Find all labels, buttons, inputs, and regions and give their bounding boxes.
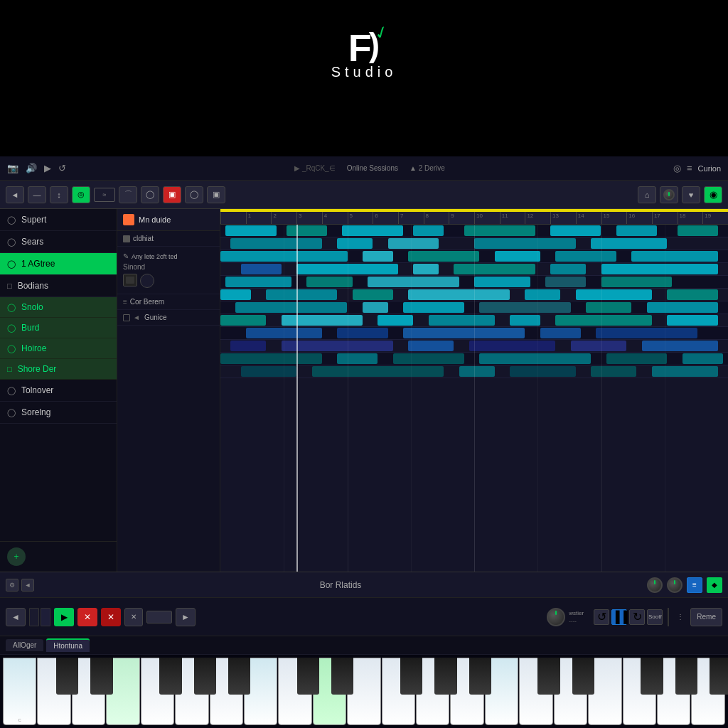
pr-heart-btn[interactable]: ♥ <box>682 186 700 203</box>
playhead <box>296 225 298 572</box>
white-key-c2[interactable] <box>244 658 277 725</box>
note-11-3 <box>393 353 464 364</box>
note-8-6 <box>555 315 652 326</box>
ctrl-play-btn[interactable]: ▶ <box>54 608 74 626</box>
any-lete-label: Any lete 2cft ted <box>132 253 178 260</box>
white-key-b2[interactable] <box>450 658 483 725</box>
pr-knob-btn[interactable] <box>660 186 678 203</box>
white-key-d2[interactable] <box>278 658 311 725</box>
note-6-7 <box>667 289 717 300</box>
white-key-f3[interactable] <box>588 658 621 725</box>
middle-item-text-input: ✎ Any lete 2cft ted Sinond <box>117 247 220 294</box>
note-11-4 <box>479 353 591 364</box>
note-12-2 <box>312 366 444 377</box>
middle-item-cor-berem[interactable]: ≡ Cor Berem <box>117 294 220 310</box>
white-key-f2[interactable] <box>347 658 380 725</box>
ctrl-rec-btn[interactable]: ✕ <box>101 608 121 626</box>
white-key-b[interactable] <box>210 658 243 725</box>
grid-area <box>220 225 728 572</box>
pr-grid-btn[interactable]: ◯ <box>141 186 159 203</box>
ctrl-more-icon[interactable]: ⋮ <box>674 613 687 621</box>
white-key-d3[interactable] <box>519 658 552 725</box>
ctrl-r3[interactable]: ↻ <box>629 609 645 625</box>
sync-icon[interactable]: ↺ <box>58 163 66 173</box>
camera-icon[interactable]: 📷 <box>7 163 18 173</box>
pr-home-btn[interactable]: ⌂ <box>638 186 656 203</box>
add-icon[interactable]: + <box>7 547 26 566</box>
note-3-3 <box>408 251 479 262</box>
middle-item-cldhiat[interactable]: cldhiat <box>117 231 220 247</box>
white-key-g2[interactable] <box>382 658 415 725</box>
tab-alloger[interactable]: AllOger <box>6 639 43 651</box>
pr-pencil-btn[interactable]: — <box>28 186 46 203</box>
note-11-5 <box>606 353 668 364</box>
sidebar-item-shore-der[interactable]: □ Shore Der <box>0 359 117 380</box>
white-key-g3[interactable] <box>623 658 656 725</box>
gunice-arrow-icon: ◄ <box>133 314 140 321</box>
ctrl-batls-btn[interactable]: ✕ <box>124 608 143 626</box>
bottom-knob-1[interactable] <box>647 577 663 593</box>
small-ctrl-1[interactable] <box>123 274 137 287</box>
note-3-5 <box>555 251 616 262</box>
bottom-knob-2[interactable] <box>667 577 682 593</box>
small-knob-1[interactable] <box>140 274 154 288</box>
sidebar-item-tolnover[interactable]: ◯ Tolnover <box>0 380 117 402</box>
bottom-icon-2[interactable]: ◄ <box>21 579 34 592</box>
white-key-a2[interactable] <box>416 658 449 725</box>
ctrl-knob-main[interactable] <box>547 608 565 626</box>
middle-item-gunice[interactable]: ◄ Gunice <box>117 310 220 326</box>
appbar-icon1[interactable]: ◎ <box>673 163 681 173</box>
note-8-2 <box>282 315 363 326</box>
pr-rec-btn[interactable]: ▣ <box>163 186 181 203</box>
ctrl-arrow-left[interactable]: ◄ <box>6 608 26 626</box>
bottom-blue-btn[interactable]: ≡ <box>687 577 702 593</box>
sidebar-item-snolo[interactable]: ◯ Snolo <box>0 297 117 318</box>
note-9-3 <box>403 328 525 338</box>
bottom-green-btn[interactable]: ◆ <box>707 577 722 593</box>
sidebar-item-sorelng[interactable]: ◯ Sorelng <box>0 402 117 424</box>
pr-play-btn[interactable]: ◉ <box>704 186 722 203</box>
pr-loop-btn[interactable]: ◯ <box>185 186 203 203</box>
white-key-e3[interactable] <box>554 658 587 725</box>
ctrl-r1[interactable]: ↺ <box>594 609 609 625</box>
bottom-icon-1[interactable]: ⚙ <box>6 579 18 592</box>
note-8-3 <box>378 315 413 326</box>
play-icon-small[interactable]: ▶ <box>44 163 51 173</box>
white-key-e2[interactable] <box>313 658 346 725</box>
note-7-5 <box>586 302 631 313</box>
white-key-d[interactable] <box>37 658 70 725</box>
ctrl-r4[interactable]: Sootf <box>647 609 663 625</box>
ctrl-rename-btn[interactable]: Reme <box>690 608 722 626</box>
sidebar-bottom-btn[interactable]: + <box>0 541 117 572</box>
white-key-a[interactable] <box>175 658 208 725</box>
sidebar-item-burd[interactable]: ◯ Burd <box>0 318 117 338</box>
note-7-2 <box>363 302 388 313</box>
sidebar-item-hoiroe[interactable]: ◯ Hoiroe <box>0 338 117 359</box>
white-key-e[interactable] <box>72 658 105 725</box>
tab-htontuna[interactable]: Htontuna <box>46 638 90 652</box>
white-key-a3[interactable] <box>657 658 690 725</box>
white-key-f[interactable] <box>106 658 139 725</box>
white-key-c[interactable]: C <box>3 658 36 725</box>
pr-circle-btn[interactable]: ◎ <box>72 186 90 203</box>
ctrl-stop-btn[interactable]: ✕ <box>77 608 97 626</box>
sidebar-item-supert[interactable]: ◯ Supert <box>0 209 117 231</box>
note-9-2 <box>337 328 387 338</box>
sidebar-item-bodians[interactable]: □ Bodians <box>0 275 117 297</box>
sidebar-item-sears[interactable]: ◯ Sears <box>0 231 117 253</box>
ctrl-forward-btn[interactable]: ► <box>176 608 196 626</box>
white-key-b3[interactable] <box>691 658 724 725</box>
pr-eraser-btn[interactable]: ↕ <box>50 186 68 203</box>
ctrl-r2[interactable]: ▐▐ <box>611 609 627 625</box>
pr-piano-btn[interactable]: ▣ <box>207 186 225 203</box>
note-3-1 <box>220 251 348 262</box>
appbar-icon2[interactable]: ≡ <box>687 163 692 173</box>
sidebar-item-agtree[interactable]: ◯ 1 AGtree <box>0 253 117 275</box>
bottom-controls: ◄ ▶ ✕ ✕ ✕ ► wstier ---- ↺ ▐▐ <box>0 598 728 636</box>
pr-select-btn[interactable]: ⌒ <box>119 186 137 203</box>
speaker-icon[interactable]: 🔊 <box>26 163 37 173</box>
note-4-1 <box>241 264 282 274</box>
white-key-c3[interactable] <box>485 658 518 725</box>
pr-arrow-btn[interactable]: ◄ <box>6 186 24 203</box>
white-key-g[interactable] <box>141 658 174 725</box>
